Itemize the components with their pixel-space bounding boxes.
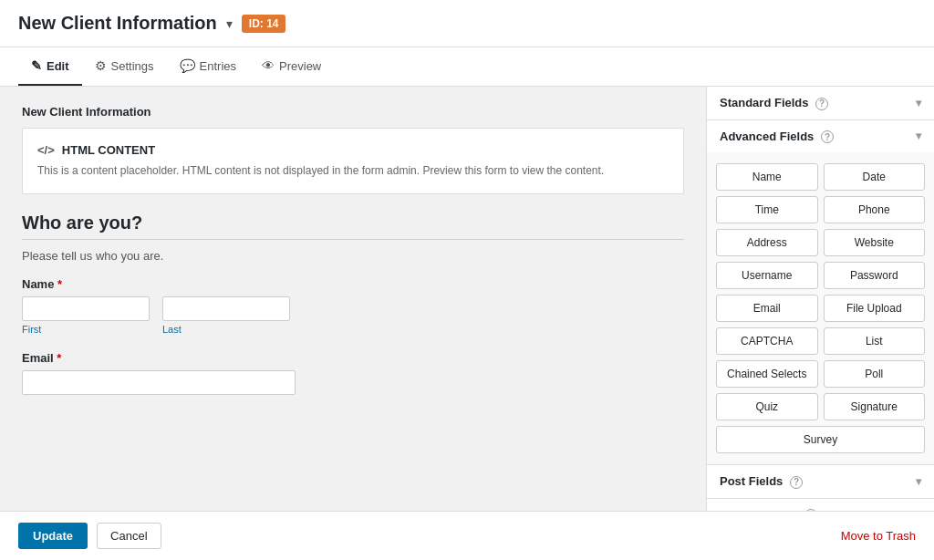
advanced-fields-header[interactable]: Advanced Fields ? ▾ [707, 120, 934, 153]
advanced-fields-chevron: ▾ [916, 130, 921, 142]
email-input[interactable] [22, 370, 296, 395]
advanced-field-btn-signature[interactable]: Signature [824, 393, 926, 420]
advanced-field-btn-username[interactable]: Username [716, 262, 818, 289]
standard-fields-help[interactable]: ? [815, 98, 828, 110]
html-content-desc: This is a content placeholder. HTML cont… [37, 162, 669, 179]
advanced-field-btn-list[interactable]: List [824, 327, 926, 355]
advanced-fields-help[interactable]: ? [821, 130, 834, 143]
email-field: Email * [22, 351, 684, 395]
first-name-wrapper: First [22, 296, 150, 335]
html-content-title: HTML CONTENT [62, 143, 155, 157]
page-wrapper: New Client Information ▾ ID: 14 ✎ Edit ⚙… [0, 0, 934, 560]
advanced-field-btn-poll[interactable]: Poll [824, 360, 926, 388]
name-field: Name * First Last [22, 277, 684, 335]
advanced-fields-grid: NameDateTimePhoneAddressWebsiteUsernameP… [716, 163, 925, 453]
settings-icon: ⚙ [95, 58, 107, 73]
page-title: New Client Information [18, 13, 217, 34]
advanced-field-btn-phone[interactable]: Phone [824, 196, 926, 223]
tab-preview-label: Preview [279, 59, 321, 73]
html-tag-icon: </> [37, 143, 55, 157]
standard-fields-header[interactable]: Standard Fields ? ▾ [707, 87, 934, 119]
advanced-field-btn-file-upload[interactable]: File Upload [824, 295, 926, 322]
main-layout: New Client Information </> HTML CONTENT … [0, 87, 934, 511]
tab-edit-label: Edit [47, 59, 69, 73]
post-fields-header[interactable]: Post Fields ? ▾ [707, 465, 934, 498]
id-badge: ID: 14 [242, 15, 286, 33]
post-fields-section: Post Fields ? ▾ [707, 465, 934, 499]
tab-preview[interactable]: 👁 Preview [249, 47, 334, 86]
name-required: * [57, 277, 62, 291]
tabs-bar: ✎ Edit ⚙ Settings 💬 Entries 👁 Preview [0, 47, 934, 87]
last-name-input[interactable] [162, 296, 290, 321]
tab-entries[interactable]: 💬 Entries [167, 47, 249, 86]
post-fields-title: Post Fields ? [720, 474, 803, 489]
sidebar: Standard Fields ? ▾ Advanced Fields ? ▾ [706, 87, 934, 511]
field-group-section: Who are you? Please tell us who you are.… [22, 213, 684, 395]
tab-settings[interactable]: ⚙ Settings [82, 47, 167, 86]
post-fields-help[interactable]: ? [790, 476, 803, 489]
advanced-field-btn-quiz[interactable]: Quiz [716, 393, 818, 420]
standard-fields-title: Standard Fields ? [720, 96, 828, 110]
html-content-block: </> HTML CONTENT This is a content place… [22, 128, 684, 194]
advanced-field-btn-date[interactable]: Date [824, 163, 926, 191]
update-button[interactable]: Update [18, 523, 88, 549]
email-field-label: Email * [22, 351, 684, 365]
pricing-fields-section: Pricing Fields ? ▾ [707, 499, 934, 512]
pricing-fields-header[interactable]: Pricing Fields ? ▾ [707, 499, 934, 512]
first-name-label: First [22, 324, 150, 335]
last-name-label: Last [162, 324, 290, 335]
tab-entries-label: Entries [200, 59, 236, 73]
bottom-actions: Update Cancel Move to Trash [0, 511, 934, 560]
advanced-fields-section: Advanced Fields ? ▾ NameDateTimePhoneAdd… [707, 120, 934, 466]
advanced-field-btn-captcha[interactable]: CAPTCHA [716, 327, 818, 355]
tab-edit[interactable]: ✎ Edit [18, 47, 82, 86]
last-name-wrapper: Last [162, 296, 290, 335]
advanced-fields-content: NameDateTimePhoneAddressWebsiteUsernameP… [707, 152, 934, 464]
field-divider [22, 239, 684, 240]
standard-fields-section: Standard Fields ? ▾ [707, 87, 934, 120]
form-area: New Client Information </> HTML CONTENT … [0, 87, 706, 511]
dropdown-icon[interactable]: ▾ [226, 16, 233, 31]
post-fields-chevron: ▾ [916, 475, 921, 488]
standard-fields-chevron: ▾ [916, 97, 921, 109]
cancel-button[interactable]: Cancel [97, 523, 161, 549]
html-content-header: </> HTML CONTENT [37, 143, 669, 157]
advanced-field-btn-website[interactable]: Website [824, 229, 926, 256]
name-field-label: Name * [22, 277, 684, 291]
first-name-input[interactable] [22, 296, 150, 321]
advanced-field-btn-survey[interactable]: Survey [716, 426, 925, 453]
entries-icon: 💬 [180, 58, 195, 73]
trash-button[interactable]: Move to Trash [841, 529, 916, 543]
email-required: * [57, 351, 61, 365]
advanced-fields-title: Advanced Fields ? [720, 130, 834, 144]
advanced-field-btn-password[interactable]: Password [824, 262, 926, 289]
tab-settings-label: Settings [111, 59, 154, 73]
field-description: Please tell us who you are. [22, 249, 684, 263]
advanced-field-btn-email[interactable]: Email [716, 295, 818, 322]
page-header: New Client Information ▾ ID: 14 [0, 0, 934, 47]
name-inputs-row: First Last [22, 296, 684, 335]
advanced-field-btn-address[interactable]: Address [716, 229, 818, 256]
field-group-label: Who are you? [22, 213, 684, 233]
preview-icon: 👁 [262, 58, 275, 73]
advanced-field-btn-chained-selects[interactable]: Chained Selects [716, 360, 818, 388]
advanced-field-btn-time[interactable]: Time [716, 196, 818, 223]
advanced-field-btn-name[interactable]: Name [716, 163, 818, 191]
form-section-title: New Client Information [22, 105, 684, 119]
edit-icon: ✎ [31, 58, 42, 73]
